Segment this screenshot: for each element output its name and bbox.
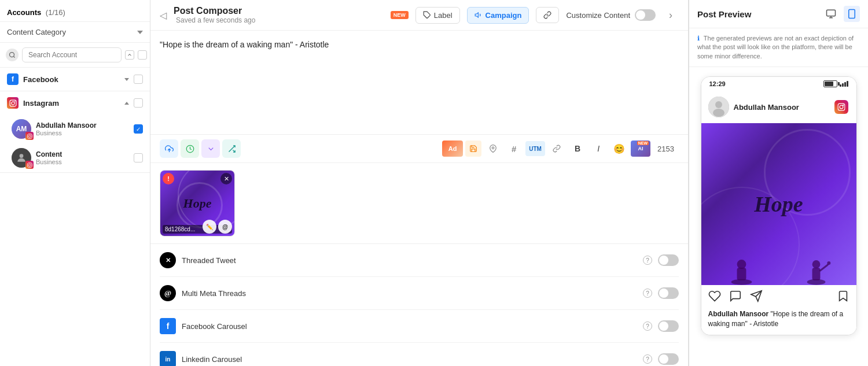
account-item-abdullah[interactable]: AM Abdullah Mansoor Business ✓ <box>0 114 150 143</box>
share-btn[interactable] <box>222 139 241 158</box>
multi-meta-help[interactable]: ? <box>643 289 652 298</box>
composer-toolbar: Ad # UTM B I 😊 NEW AI 2153 <box>150 135 688 163</box>
hashtag-btn[interactable]: # <box>505 139 523 158</box>
facebook-platform-name: Facebook <box>23 75 120 84</box>
text-area-wrapper: "Hope is the dream of a waking man" - Ar… <box>150 31 688 135</box>
facebook-platform-header[interactable]: f Facebook <box>0 68 150 91</box>
avatar-ig-badge-content <box>25 161 34 169</box>
image-close-btn[interactable]: ✕ <box>220 173 232 184</box>
toggle-knob <box>659 354 668 364</box>
customize-content-toggle[interactable] <box>635 9 656 21</box>
instagram-platform-group: Instagram AM Abdullah Mansoor Business ✓ <box>0 91 150 173</box>
multi-meta-toggle[interactable] <box>658 287 679 299</box>
bookmark-btn[interactable] <box>837 290 849 302</box>
share-btn[interactable] <box>750 290 763 302</box>
linkedin-carousel-option: in Linkedin Carousel ? <box>160 343 679 366</box>
campaign-icon <box>475 11 483 19</box>
preview-header: Post Preview <box>689 0 868 28</box>
post-preview-panel: Post Preview ℹ The generated previews ar… <box>689 0 868 366</box>
svg-rect-2 <box>10 100 16 106</box>
post-avatar <box>708 97 729 117</box>
customize-content-toggle-group: Customize Content <box>566 9 656 21</box>
signal-bar-2 <box>842 83 844 87</box>
next-arrow[interactable]: › <box>663 7 679 23</box>
composer-title-group: Post Composer Saved a few seconds ago <box>174 6 255 24</box>
schedule-btn[interactable] <box>181 139 199 158</box>
campaign-btn-text: Campaign <box>486 11 522 20</box>
signal-bar-3 <box>844 82 846 87</box>
image-edit-btn[interactable]: ✏️ <box>203 220 216 234</box>
upload-media-btn[interactable] <box>160 139 178 158</box>
save-template-btn[interactable] <box>465 141 481 157</box>
svg-point-6 <box>28 135 31 137</box>
image-tag-btn[interactable]: @ <box>218 220 232 234</box>
comment-btn[interactable] <box>729 290 742 302</box>
threaded-tweet-help[interactable]: ? <box>643 256 652 265</box>
campaign-button[interactable]: Campaign <box>467 7 529 24</box>
linkedin-carousel-toggle[interactable] <box>658 353 679 365</box>
preview-title: Post Preview <box>697 9 818 19</box>
ai-btn[interactable]: NEW AI <box>631 141 650 157</box>
dropdown-btn[interactable] <box>201 139 220 158</box>
instagram-expand-icon <box>124 102 129 105</box>
options-section: ✕ Threaded Tweet ? @ Multi Meta Threads … <box>150 244 688 366</box>
post-text-input[interactable]: "Hope is the dream of a waking man" - Ar… <box>160 40 679 109</box>
svg-point-3 <box>11 101 14 104</box>
preview-info: ℹ The generated previews are not an exac… <box>689 28 868 67</box>
facebook-checkbox[interactable] <box>134 75 143 84</box>
threads-icon: @ <box>160 285 176 301</box>
signal-bar-4 <box>847 81 848 87</box>
mobile-preview-btn[interactable] <box>844 6 860 22</box>
linkedin-carousel-help[interactable]: ? <box>643 354 652 364</box>
chevron-down-icon <box>137 31 143 34</box>
svg-marker-11 <box>475 13 478 17</box>
post-card: Abdullah Mansoor Hope <box>701 91 856 335</box>
label-btn-text: Label <box>434 11 453 20</box>
svg-line-34 <box>820 265 827 271</box>
search-icon[interactable] <box>6 49 19 61</box>
desktop-preview-btn[interactable] <box>823 6 839 22</box>
facebook-carousel-help[interactable]: ? <box>643 321 652 331</box>
account-checkbox-content[interactable] <box>134 153 143 162</box>
collapse-sidebar-btn[interactable]: ◁ <box>160 10 167 21</box>
instagram-platform-header[interactable]: Instagram <box>0 91 150 114</box>
info-icon: ℹ <box>697 35 700 42</box>
location-btn[interactable] <box>484 139 502 158</box>
post-caption: Abdullah Mansoor "Hope is the dream of a… <box>701 307 856 335</box>
select-all-checkbox[interactable] <box>138 50 147 60</box>
link-button[interactable] <box>536 7 559 23</box>
image-action-buttons: ✏️ @ <box>203 220 232 234</box>
svg-rect-8 <box>27 162 32 167</box>
svg-point-33 <box>812 260 820 268</box>
like-btn[interactable] <box>708 290 721 302</box>
ad-btn[interactable]: Ad <box>442 141 463 157</box>
facebook-carousel-toggle[interactable] <box>658 320 679 332</box>
threaded-tweet-toggle[interactable] <box>658 254 679 266</box>
avatar-ig-badge <box>25 132 34 140</box>
instagram-checkbox[interactable] <box>134 98 143 108</box>
content-category-dropdown[interactable]: Content Category <box>0 22 150 43</box>
svg-rect-29 <box>737 268 746 280</box>
svg-line-1 <box>13 56 14 57</box>
char-count: 2153 <box>653 145 679 153</box>
image-thumbnail[interactable]: Hope ! ✕ 8d1268cd... ✏️ @ <box>160 170 235 236</box>
preview-info-text: The generated previews are not an exact … <box>697 35 854 60</box>
search-input[interactable] <box>22 47 122 62</box>
account-item-content[interactable]: Content Business <box>0 143 150 172</box>
sort-up-icon[interactable] <box>125 50 134 60</box>
label-button[interactable]: Label <box>415 7 460 24</box>
post-instagram-icon <box>833 99 849 115</box>
post-image: Hope <box>701 123 856 285</box>
status-time: 12:29 <box>709 80 726 87</box>
toggle-knob <box>659 321 668 331</box>
accounts-sidebar: Accounts (1/16) Content Category f Faceb… <box>0 0 150 366</box>
utm-btn[interactable]: UTM <box>525 141 545 156</box>
emoji-btn[interactable]: 😊 <box>610 139 628 158</box>
content-category-label: Content Category <box>7 28 66 36</box>
link-shortener-btn[interactable] <box>547 139 566 158</box>
account-info-content: Content Business <box>36 150 129 165</box>
account-checkbox-abdullah[interactable]: ✓ <box>134 124 143 134</box>
italic-btn[interactable]: I <box>589 139 608 158</box>
bold-btn[interactable]: B <box>568 139 587 158</box>
linkedin-carousel-label: Linkedin Carousel <box>182 355 637 364</box>
